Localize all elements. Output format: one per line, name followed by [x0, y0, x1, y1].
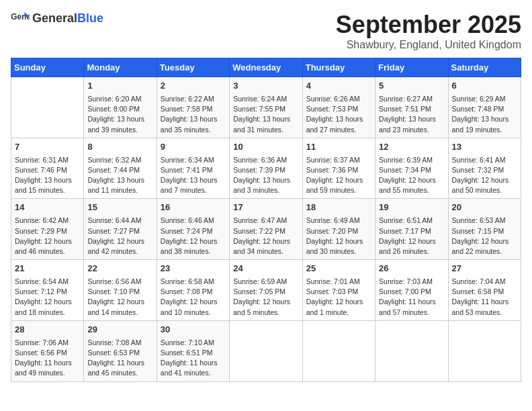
logo: General GeneralBlue [11, 11, 103, 26]
calendar-cell: 10Sunrise: 6:36 AMSunset: 7:39 PMDayligh… [230, 138, 302, 199]
day-number: 17 [233, 201, 298, 214]
calendar-cell: 21Sunrise: 6:54 AMSunset: 7:12 PMDayligh… [11, 260, 84, 321]
cell-content: Sunrise: 6:22 AMSunset: 7:58 PMDaylight:… [161, 94, 226, 135]
calendar-cell [448, 320, 521, 381]
day-number: 2 [161, 80, 226, 93]
calendar-cell: 4Sunrise: 6:26 AMSunset: 7:53 PMDaylight… [302, 77, 375, 138]
month-title: September 2025 [336, 11, 521, 39]
cell-content: Sunrise: 6:37 AMSunset: 7:36 PMDaylight:… [306, 155, 371, 196]
cell-content: Sunrise: 6:34 AMSunset: 7:41 PMDaylight:… [161, 155, 226, 196]
calendar-cell: 5Sunrise: 6:27 AMSunset: 7:51 PMDaylight… [375, 77, 448, 138]
cell-content: Sunrise: 6:41 AMSunset: 7:32 PMDaylight:… [452, 155, 517, 196]
title-area: September 2025 Shawbury, England, United… [336, 11, 521, 51]
calendar-cell: 3Sunrise: 6:24 AMSunset: 7:55 PMDaylight… [230, 77, 302, 138]
calendar-cell: 25Sunrise: 7:01 AMSunset: 7:03 PMDayligh… [302, 260, 375, 321]
calendar-cell: 24Sunrise: 6:59 AMSunset: 7:05 PMDayligh… [230, 260, 302, 321]
cell-content: Sunrise: 6:31 AMSunset: 7:46 PMDaylight:… [15, 155, 80, 196]
header-thursday: Thursday [302, 58, 375, 77]
calendar-cell: 26Sunrise: 7:03 AMSunset: 7:00 PMDayligh… [375, 260, 448, 321]
calendar-cell: 19Sunrise: 6:51 AMSunset: 7:17 PMDayligh… [375, 199, 448, 260]
calendar-cell: 28Sunrise: 7:06 AMSunset: 6:56 PMDayligh… [11, 320, 84, 381]
calendar-cell: 22Sunrise: 6:56 AMSunset: 7:10 PMDayligh… [84, 260, 157, 321]
calendar-cell: 17Sunrise: 6:47 AMSunset: 7:22 PMDayligh… [230, 199, 302, 260]
cell-content: Sunrise: 6:42 AMSunset: 7:29 PMDaylight:… [15, 216, 80, 257]
day-number: 18 [306, 201, 371, 214]
header-monday: Monday [84, 58, 157, 77]
logo-general: General [32, 11, 77, 25]
calendar-cell: 12Sunrise: 6:39 AMSunset: 7:34 PMDayligh… [375, 138, 448, 199]
calendar-cell: 15Sunrise: 6:44 AMSunset: 7:27 PMDayligh… [84, 199, 157, 260]
calendar-cell: 18Sunrise: 6:49 AMSunset: 7:20 PMDayligh… [302, 199, 375, 260]
day-number: 28 [15, 324, 80, 336]
calendar-cell: 30Sunrise: 7:10 AMSunset: 6:51 PMDayligh… [157, 320, 229, 381]
calendar-cell: 7Sunrise: 6:31 AMSunset: 7:46 PMDaylight… [11, 138, 84, 199]
day-number: 20 [452, 201, 517, 214]
calendar-cell: 20Sunrise: 6:53 AMSunset: 7:15 PMDayligh… [448, 199, 521, 260]
calendar-cell: 13Sunrise: 6:41 AMSunset: 7:32 PMDayligh… [448, 138, 521, 199]
cell-content: Sunrise: 6:29 AMSunset: 7:48 PMDaylight:… [452, 94, 517, 135]
logo-icon: General [11, 11, 30, 26]
day-number: 15 [87, 201, 152, 214]
logo-blue: Blue [77, 11, 103, 25]
calendar-cell [375, 320, 448, 381]
day-number: 9 [161, 141, 226, 154]
calendar-cell: 27Sunrise: 7:04 AMSunset: 6:58 PMDayligh… [448, 260, 521, 321]
calendar-cell: 11Sunrise: 6:37 AMSunset: 7:36 PMDayligh… [302, 138, 375, 199]
header-saturday: Saturday [448, 58, 521, 77]
day-number: 4 [306, 80, 371, 93]
cell-content: Sunrise: 7:01 AMSunset: 7:03 PMDaylight:… [306, 277, 371, 318]
calendar-cell: 1Sunrise: 6:20 AMSunset: 8:00 PMDaylight… [84, 77, 157, 138]
day-number: 21 [15, 263, 80, 275]
cell-content: Sunrise: 6:44 AMSunset: 7:27 PMDaylight:… [87, 216, 152, 257]
day-number: 6 [452, 80, 517, 93]
cell-content: Sunrise: 6:46 AMSunset: 7:24 PMDaylight:… [161, 216, 226, 257]
calendar-cell: 16Sunrise: 6:46 AMSunset: 7:24 PMDayligh… [157, 199, 229, 260]
day-number: 27 [452, 263, 517, 275]
day-number: 19 [379, 201, 444, 214]
cell-content: Sunrise: 7:06 AMSunset: 6:56 PMDaylight:… [15, 338, 80, 379]
cell-content: Sunrise: 6:59 AMSunset: 7:05 PMDaylight:… [233, 277, 298, 318]
cell-content: Sunrise: 6:26 AMSunset: 7:53 PMDaylight:… [306, 94, 371, 135]
day-number: 25 [306, 263, 371, 275]
day-number: 8 [87, 141, 152, 154]
day-number: 3 [233, 80, 298, 93]
header-tuesday: Tuesday [157, 58, 229, 77]
calendar-week-4: 21Sunrise: 6:54 AMSunset: 7:12 PMDayligh… [11, 260, 521, 321]
cell-content: Sunrise: 6:24 AMSunset: 7:55 PMDaylight:… [233, 94, 298, 135]
calendar-week-3: 14Sunrise: 6:42 AMSunset: 7:29 PMDayligh… [11, 199, 521, 260]
day-number: 16 [161, 201, 226, 214]
cell-content: Sunrise: 6:39 AMSunset: 7:34 PMDaylight:… [379, 155, 444, 196]
cell-content: Sunrise: 6:49 AMSunset: 7:20 PMDaylight:… [306, 216, 371, 257]
day-number: 30 [161, 324, 226, 336]
calendar-table: SundayMondayTuesdayWednesdayThursdayFrid… [11, 58, 521, 382]
calendar-cell [230, 320, 302, 381]
cell-content: Sunrise: 6:58 AMSunset: 7:08 PMDaylight:… [161, 277, 226, 318]
calendar-header-row: SundayMondayTuesdayWednesdayThursdayFrid… [11, 58, 521, 77]
calendar-cell [302, 320, 375, 381]
cell-content: Sunrise: 6:27 AMSunset: 7:51 PMDaylight:… [379, 94, 444, 135]
day-number: 22 [87, 263, 152, 275]
cell-content: Sunrise: 6:51 AMSunset: 7:17 PMDaylight:… [379, 216, 444, 257]
header-wednesday: Wednesday [230, 58, 302, 77]
day-number: 5 [379, 80, 444, 93]
page-header: General GeneralBlue September 2025 Shawb… [11, 11, 521, 51]
calendar-week-5: 28Sunrise: 7:06 AMSunset: 6:56 PMDayligh… [11, 320, 521, 381]
day-number: 26 [379, 263, 444, 275]
day-number: 10 [233, 141, 298, 154]
calendar-cell: 9Sunrise: 6:34 AMSunset: 7:41 PMDaylight… [157, 138, 229, 199]
day-number: 23 [161, 263, 226, 275]
header-sunday: Sunday [11, 58, 84, 77]
calendar-cell: 8Sunrise: 6:32 AMSunset: 7:44 PMDaylight… [84, 138, 157, 199]
calendar-cell: 23Sunrise: 6:58 AMSunset: 7:08 PMDayligh… [157, 260, 229, 321]
day-number: 29 [87, 324, 152, 336]
day-number: 24 [233, 263, 298, 275]
location-title: Shawbury, England, United Kingdom [336, 39, 521, 51]
cell-content: Sunrise: 7:03 AMSunset: 7:00 PMDaylight:… [379, 277, 444, 318]
calendar-cell [11, 77, 84, 138]
cell-content: Sunrise: 6:56 AMSunset: 7:10 PMDaylight:… [87, 277, 152, 318]
cell-content: Sunrise: 6:54 AMSunset: 7:12 PMDaylight:… [15, 277, 80, 318]
cell-content: Sunrise: 7:10 AMSunset: 6:51 PMDaylight:… [161, 338, 226, 379]
cell-content: Sunrise: 6:53 AMSunset: 7:15 PMDaylight:… [452, 216, 517, 257]
calendar-cell: 14Sunrise: 6:42 AMSunset: 7:29 PMDayligh… [11, 199, 84, 260]
calendar-week-2: 7Sunrise: 6:31 AMSunset: 7:46 PMDaylight… [11, 138, 521, 199]
